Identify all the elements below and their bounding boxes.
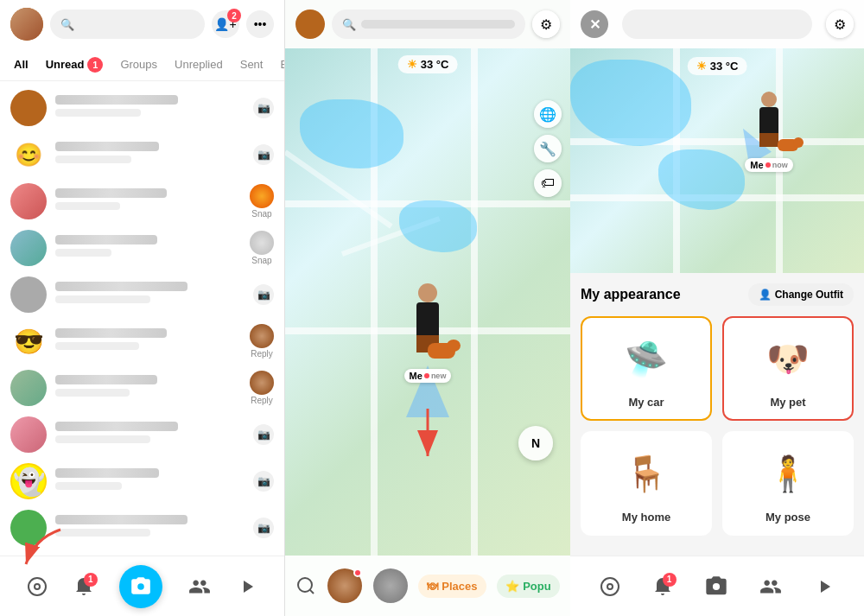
more-options-button[interactable]: •••: [246, 10, 274, 38]
chat-bottom-bar: 1: [0, 556, 284, 616]
nav-stories-button[interactable]: [237, 576, 257, 597]
list-item[interactable]: 📷: [0, 505, 284, 551]
list-item[interactable]: Reply: [0, 365, 284, 411]
me-panel: ✕ Me ⚙ ☀ 33 °C: [570, 0, 864, 616]
tab-all[interactable]: All: [7, 54, 35, 74]
nav-stories-button[interactable]: [814, 576, 835, 597]
map-content: ☀ 33 °C 🌐 🔧 🏷: [285, 48, 570, 556]
list-item[interactable]: 📷: [0, 411, 284, 458]
user-avatar[interactable]: [10, 8, 43, 41]
popular-tab-button[interactable]: ⭐ Popu: [497, 575, 560, 598]
gear-button[interactable]: ⚙: [532, 10, 560, 38]
chat-search[interactable]: 🔍: [50, 10, 205, 39]
map-tools: 🌐 🔧 🏷: [534, 100, 562, 197]
svg-point-7: [601, 578, 619, 595]
camera-icon: 📷: [253, 98, 274, 118]
list-item[interactable]: 😊 📷: [0, 131, 284, 178]
pet-icon: 🐶: [758, 328, 818, 389]
me-bottom-bar: 1: [570, 556, 864, 616]
now-text: now: [772, 161, 788, 169]
me-header-search-bar: [622, 10, 812, 39]
list-item[interactable]: Snap: [0, 178, 284, 225]
chat-header: 🔍 Chat 👤+ 2 •••: [0, 0, 284, 48]
change-outfit-button[interactable]: 👤 Change Outfit: [748, 283, 854, 306]
camera-icon: 📷: [253, 518, 274, 538]
my-avatar-button[interactable]: [327, 568, 362, 603]
map-header: 🔍 ⚙: [285, 0, 570, 48]
me-header: ✕ Me ⚙: [570, 0, 864, 48]
friends-icon: [188, 575, 211, 598]
nav-map-button[interactable]: [600, 576, 620, 597]
wrench-tool-button[interactable]: 🔧: [534, 135, 562, 162]
list-item[interactable]: 👻 📷: [0, 458, 284, 505]
me-avatar-figure: [743, 92, 795, 156]
tab-unread[interactable]: Unread 1: [39, 54, 111, 76]
list-item[interactable]: 📷: [0, 271, 284, 318]
nav-notifications-button[interactable]: 1: [652, 576, 673, 597]
reply-label: Reply: [251, 396, 273, 405]
avatar: [10, 276, 47, 313]
avatar-body: [416, 302, 439, 337]
dog-head: [447, 340, 461, 352]
stories-icon: [237, 576, 257, 597]
compass-label: N: [531, 436, 540, 450]
appearance-item-pet[interactable]: 🐶 My pet: [722, 316, 854, 421]
appearance-item-pose[interactable]: 🧍 My pose: [722, 431, 854, 536]
me-avatar-on-map[interactable]: Me now: [743, 92, 795, 172]
unread-badge: 1: [87, 57, 103, 73]
avatar-pants: [759, 133, 778, 147]
avatar: [10, 183, 47, 219]
appearance-grid: 🛸 My car 🐶 My pet 🪑 My home 🧍 My pose: [581, 316, 854, 536]
avatar: 😊: [10, 137, 47, 173]
chat-panel: 🔍 Chat 👤+ 2 ••• All Unread 1 Groups Unre…: [0, 0, 285, 616]
nav-map-button[interactable]: [27, 576, 48, 597]
add-friend-badge: 2: [227, 9, 241, 22]
nav-friends-button[interactable]: [759, 575, 782, 598]
camera-button[interactable]: [704, 575, 728, 599]
snap-response: Snap: [250, 184, 274, 219]
me-map-section: ☀ 33 °C Me now: [570, 48, 864, 273]
chat-content: [55, 235, 241, 261]
chat-content: [55, 375, 241, 401]
avatar-body: [759, 107, 778, 135]
svg-point-5: [298, 578, 312, 592]
more-icon: •••: [254, 17, 267, 31]
temperature-display: ☀ 33 °C: [398, 55, 458, 73]
list-item[interactable]: 📷: [0, 85, 284, 131]
add-friend-button[interactable]: 👤+ 2: [212, 10, 239, 38]
places-tab-button[interactable]: 🍽 Places: [418, 575, 486, 598]
chat-content: [55, 328, 241, 354]
chat-tabs: All Unread 1 Groups Unreplied Sent B: [0, 48, 284, 81]
tab-unreplied[interactable]: Unreplied: [168, 54, 230, 74]
me-map-label: Me now: [745, 158, 792, 172]
map-search[interactable]: 🔍: [332, 10, 525, 39]
nav-friends-button[interactable]: [188, 575, 211, 598]
close-button[interactable]: ✕: [581, 10, 608, 38]
dog-figure: [428, 340, 461, 365]
appearance-item-car[interactable]: 🛸 My car: [581, 316, 712, 421]
chat-content: [55, 142, 245, 168]
stories-icon: [814, 576, 835, 597]
friend-avatar-button[interactable]: [373, 568, 408, 603]
avatar: 👻: [10, 463, 47, 499]
compass[interactable]: N: [518, 426, 553, 460]
tag-tool-button[interactable]: 🏷: [534, 169, 562, 197]
new-dot: [766, 162, 771, 168]
avatar: [10, 230, 47, 266]
nav-notifications-button[interactable]: 1: [73, 576, 94, 597]
sun-icon: ☀: [696, 60, 707, 73]
user-avatar-map[interactable]: [295, 10, 325, 39]
globe-tool-button[interactable]: 🌐: [534, 100, 562, 128]
nav-search-button[interactable]: [295, 575, 316, 596]
camera-fab-button[interactable]: [119, 565, 162, 608]
map-icon: [600, 576, 620, 597]
tab-b[interactable]: B: [273, 54, 284, 74]
appearance-item-home[interactable]: 🪑 My home: [581, 431, 712, 536]
me-gear-button[interactable]: ⚙: [826, 10, 854, 38]
tab-groups[interactable]: Groups: [113, 54, 164, 74]
list-item[interactable]: Snap: [0, 225, 284, 271]
avatar-head: [418, 283, 437, 302]
list-item[interactable]: 😎 Reply: [0, 318, 284, 365]
me-avatar-map[interactable]: Me new: [393, 283, 462, 383]
tab-sent[interactable]: Sent: [233, 54, 270, 74]
